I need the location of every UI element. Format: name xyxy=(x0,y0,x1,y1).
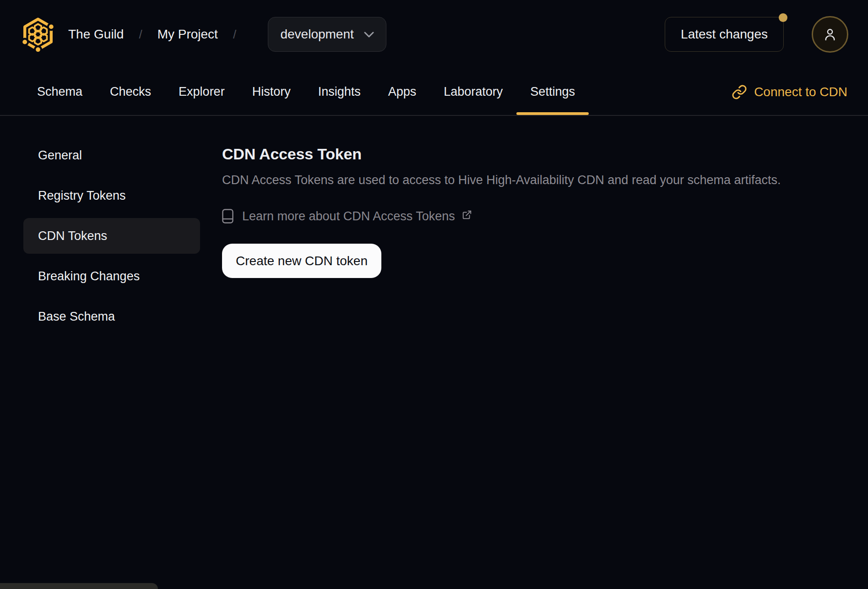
tab-history[interactable]: History xyxy=(239,69,304,115)
create-cdn-token-button[interactable]: Create new CDN token xyxy=(222,244,381,278)
target-selector-dropdown[interactable]: development xyxy=(268,17,386,52)
user-menu-avatar[interactable] xyxy=(812,16,848,53)
user-icon xyxy=(822,27,838,42)
toast-notification-sliver[interactable] xyxy=(0,583,158,589)
breadcrumb-separator: / xyxy=(233,27,236,42)
chain-link-icon xyxy=(732,84,747,100)
tab-apps[interactable]: Apps xyxy=(374,69,430,115)
tab-explorer[interactable]: Explorer xyxy=(165,69,239,115)
breadcrumb: The Guild / My Project / xyxy=(68,27,251,42)
notification-dot xyxy=(779,13,787,22)
book-icon xyxy=(222,209,233,224)
breadcrumb-separator: / xyxy=(139,27,142,42)
tab-schema[interactable]: Schema xyxy=(23,69,96,115)
settings-sidebar: General Registry Tokens CDN Tokens Break… xyxy=(23,137,200,334)
page-description: CDN Access Tokens are used to access to … xyxy=(222,172,868,188)
hive-settings-page: The Guild / My Project / development Lat… xyxy=(0,0,868,589)
tab-insights[interactable]: Insights xyxy=(304,69,374,115)
tab-checks[interactable]: Checks xyxy=(96,69,165,115)
sidebar-item-registry-tokens[interactable]: Registry Tokens xyxy=(23,178,200,213)
sidebar-item-breaking-changes[interactable]: Breaking Changes xyxy=(23,258,200,294)
sidebar-item-cdn-tokens[interactable]: CDN Tokens xyxy=(23,218,200,254)
latest-changes-button[interactable]: Latest changes xyxy=(665,17,784,52)
target-selector-value: development xyxy=(280,27,353,42)
settings-content: General Registry Tokens CDN Tokens Break… xyxy=(0,116,868,334)
project-tab-bar: Schema Checks Explorer History Insights … xyxy=(0,69,868,116)
tab-settings[interactable]: Settings xyxy=(516,69,589,115)
chevron-down-icon xyxy=(364,32,374,38)
sidebar-item-base-schema[interactable]: Base Schema xyxy=(23,299,200,334)
learn-more-label: Learn more about CDN Access Tokens xyxy=(242,209,455,224)
latest-changes-label: Latest changes xyxy=(681,27,768,42)
external-link-icon xyxy=(462,210,472,220)
connect-to-cdn-link[interactable]: Connect to CDN xyxy=(732,69,847,115)
learn-more-link[interactable]: Learn more about CDN Access Tokens xyxy=(222,209,472,224)
connect-to-cdn-label: Connect to CDN xyxy=(754,85,847,99)
page-title: CDN Access Token xyxy=(222,146,868,163)
tab-laboratory[interactable]: Laboratory xyxy=(430,69,516,115)
top-header: The Guild / My Project / development Lat… xyxy=(0,0,868,69)
breadcrumb-project[interactable]: My Project xyxy=(157,27,218,42)
breadcrumb-org[interactable]: The Guild xyxy=(68,27,124,42)
cdn-token-panel: CDN Access Token CDN Access Tokens are u… xyxy=(222,116,868,278)
hive-logo-icon[interactable] xyxy=(21,17,55,52)
sidebar-item-general[interactable]: General xyxy=(23,137,200,173)
